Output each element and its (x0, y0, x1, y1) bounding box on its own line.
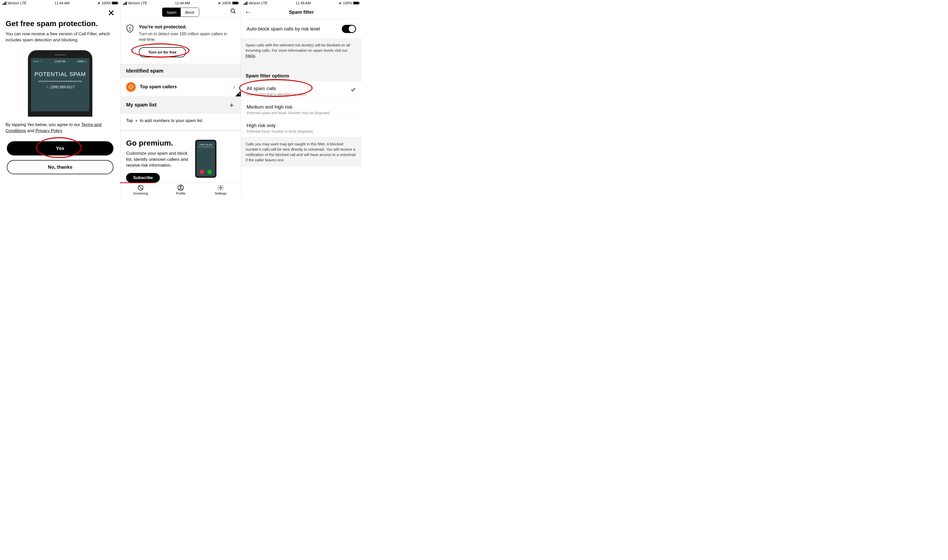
tab-bar: Screening Profile Settings (120, 183, 241, 196)
location-icon: ➤ (97, 1, 100, 5)
no-thanks-button[interactable]: No, thanks (7, 160, 113, 174)
status-bar: Verizon LTE 11:44 AM ➤ 100% (120, 0, 241, 6)
chevron-right-icon: › (233, 84, 235, 90)
battery-icon (112, 2, 118, 5)
clock: 11:44 AM (55, 1, 69, 5)
search-icon[interactable] (230, 8, 236, 15)
tab-settings[interactable]: Settings (201, 183, 241, 196)
svg-line-1 (234, 12, 236, 14)
row-top-spam[interactable]: Top spam callers › (120, 78, 241, 96)
protect-body: Turn on to detect over 100 million spam … (139, 31, 235, 43)
tap-note: Tap ＋ to add numbers to your spam list (120, 114, 241, 129)
option-high-only[interactable]: High risk only Potential fraud. Number i… (241, 119, 362, 137)
svg-point-0 (231, 9, 234, 12)
turn-on-button[interactable]: Turn on for free (139, 47, 186, 57)
checkmark-icon (350, 87, 356, 93)
premium-body: Customize your spam and block list, iden… (126, 151, 192, 168)
screen-spam-filter: Verizon LTE 11:45 AM ➤ 100% ← Spam filte… (241, 0, 362, 196)
svg-point-3 (129, 30, 130, 31)
premium-title: Go premium. (126, 139, 192, 147)
signal-icon (244, 2, 247, 5)
option-all-spam[interactable]: All spam calls Any number that is identi… (241, 82, 362, 100)
nav-title: Spam filter (245, 9, 358, 15)
section-my-spam-list: My spam list (126, 102, 157, 108)
auto-block-note: Spam calls with the selected risk level(… (241, 39, 362, 64)
segmented-control: Spam Block (162, 8, 199, 17)
shield-alert-icon (126, 24, 134, 57)
protect-title: You're not protected. (139, 24, 235, 30)
privacy-link[interactable]: Privacy Policy (35, 128, 62, 133)
battery-icon (353, 2, 359, 5)
tab-block[interactable]: Block (181, 8, 199, 17)
screen-onboarding: Verizon LTE 11:44 AM ➤ 100% ✕ Get free s… (0, 0, 120, 196)
battery-icon (232, 2, 238, 5)
signal-icon (123, 2, 127, 5)
location-icon: ➤ (218, 1, 221, 5)
status-bar: Verizon LTE 11:45 AM ➤ 100% (241, 0, 362, 6)
page-body: You can now receive a free version of Ca… (6, 31, 115, 43)
auto-block-label: Auto-block spam calls by risk level (247, 26, 320, 32)
status-bar: Verizon LTE 11:44 AM ➤ 100% (0, 0, 120, 6)
gear-icon (217, 185, 224, 191)
clock: 11:44 AM (175, 1, 190, 5)
network-label: LTE (20, 1, 27, 5)
premium-illustration: ROBO CALLER Free Travel (206) 555-0117 (195, 140, 216, 178)
no-entry-icon (137, 185, 144, 191)
svg-point-6 (131, 88, 131, 88)
phone-illustration: ••••• ⌃ 12:00 PM 100% ▭ POTENTIAL SPAM (… (6, 50, 115, 117)
battery-pct: 100% (102, 1, 111, 5)
person-icon (177, 185, 184, 191)
clock: 11:45 AM (296, 1, 311, 5)
svg-point-10 (180, 186, 182, 188)
tab-profile[interactable]: Profile (160, 183, 201, 196)
terms-text: By tapping Yes below, you agree to our T… (6, 122, 115, 134)
subscribe-button[interactable]: Subscribe (126, 173, 160, 183)
spam-badge-icon (126, 82, 136, 92)
carrier-label: Verizon (7, 1, 19, 5)
faqs-link[interactable]: FAQs (246, 54, 255, 58)
options-header: Spam filter options (241, 64, 362, 82)
section-identified-spam: Identified spam (120, 64, 241, 78)
page-title: Get free spam protection. (6, 19, 115, 28)
add-icon[interactable]: ＋ (228, 100, 235, 110)
close-icon[interactable]: ✕ (108, 9, 115, 17)
screen-spam-list: Verizon LTE 11:44 AM ➤ 100% Spam Block Y… (120, 0, 241, 196)
signal-icon (3, 2, 6, 5)
svg-point-11 (220, 187, 222, 189)
location-icon: ➤ (339, 1, 342, 5)
tab-screening[interactable]: Screening (120, 183, 160, 196)
premium-corner-icon (235, 91, 241, 96)
filter-footnote: Calls you may want may get caught in thi… (241, 137, 362, 167)
yes-button[interactable]: Yes (7, 141, 113, 155)
option-med-high[interactable]: Medium and high risk Potential spam and … (241, 100, 362, 119)
auto-block-toggle[interactable] (342, 25, 356, 33)
svg-line-8 (139, 186, 142, 190)
tab-spam[interactable]: Spam (162, 8, 181, 17)
